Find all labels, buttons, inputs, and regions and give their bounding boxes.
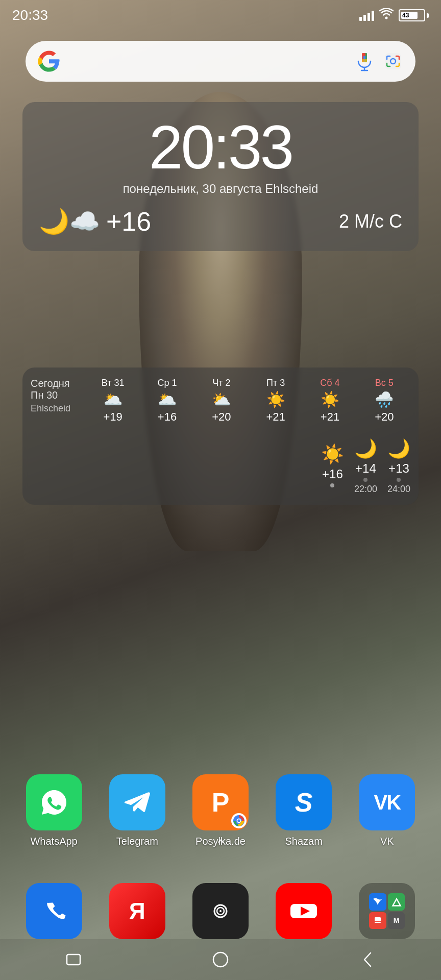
recent-apps-button[interactable] xyxy=(58,949,89,970)
forecast-days-row: Вт 31 🌥️ +19 Ср 1 🌥️ +16 Чт 2 ⛅ +20 Пт 3… xyxy=(87,378,410,424)
current-weather-icon: 🌙☁️ xyxy=(39,207,100,236)
svg-point-0 xyxy=(385,17,388,19)
day-temp-4: +21 xyxy=(266,410,285,424)
signal-bar-4 xyxy=(372,11,374,21)
svg-rect-20 xyxy=(67,954,80,965)
wind-display: 2 М/с С xyxy=(339,211,402,232)
hourly-time-3: 24:00 xyxy=(387,484,410,495)
hourly-dot-3 xyxy=(397,478,401,482)
day-name-1: Вт 31 xyxy=(102,378,125,388)
telegram-app[interactable]: Telegram xyxy=(109,774,165,847)
folder-cell-1 xyxy=(369,893,386,911)
microphone-icon[interactable] xyxy=(354,51,375,71)
home-button[interactable] xyxy=(205,949,236,970)
day-name-6: Вс 5 xyxy=(375,378,394,388)
telegram-label: Telegram xyxy=(116,836,158,847)
yandex-app[interactable]: Я xyxy=(109,883,165,939)
shazam-icon[interactable]: S xyxy=(276,774,332,830)
vk-label: VK xyxy=(380,836,394,847)
battery-tip xyxy=(427,13,429,18)
forecast-day-3: Чт 2 ⛅ +20 xyxy=(195,378,248,424)
bottom-dock: Я xyxy=(0,883,441,939)
forecast-widget[interactable]: Сегодня Пн 30 Ehlscheid Вт 31 🌥️ +19 Ср … xyxy=(22,368,419,505)
day-icon-4: ☀️ xyxy=(266,390,285,408)
status-bar: 20:33 43 xyxy=(0,0,441,31)
youtube-icon[interactable] xyxy=(276,883,332,939)
hourly-item-1: ☀️ +16 xyxy=(321,444,344,489)
signal-bar-1 xyxy=(359,17,362,21)
hourly-temp-3: +13 xyxy=(388,461,409,476)
hourly-time-2: 22:00 xyxy=(354,484,377,495)
svg-rect-7 xyxy=(362,59,367,62)
ya-letter: Я xyxy=(129,898,145,924)
signal-bar-2 xyxy=(363,15,366,21)
telegram-icon[interactable] xyxy=(109,774,165,830)
back-button[interactable] xyxy=(352,949,383,970)
posylka-p-letter: P xyxy=(212,787,230,818)
day-temp-1: +19 xyxy=(104,410,122,424)
clock-time-display: 20:33 xyxy=(39,116,402,178)
battery-icon: 43 xyxy=(399,9,429,21)
shazam-app[interactable]: S Shazam xyxy=(276,774,332,847)
yandex-icon[interactable]: Я xyxy=(109,883,165,939)
forecast-top-row: Сегодня Пн 30 Ehlscheid Вт 31 🌥️ +19 Ср … xyxy=(31,378,410,424)
search-right-icons xyxy=(354,51,403,71)
youtube-app[interactable] xyxy=(276,883,332,939)
swipe-up-indicator: ⌃ xyxy=(215,837,227,853)
vk-icon[interactable]: VK xyxy=(359,774,415,830)
forecast-day-6: Вс 5 🌧️ +20 xyxy=(358,378,410,424)
hourly-item-3: 🌙 +13 24:00 xyxy=(387,438,410,495)
forecast-day-5: Сб 4 ☀️ +21 xyxy=(304,378,356,424)
search-bar[interactable] xyxy=(26,41,415,82)
folder-icon[interactable]: M xyxy=(359,883,415,939)
vk-app[interactable]: VK VK xyxy=(359,774,415,847)
day-name-4: Пт 3 xyxy=(266,378,285,388)
today-label: Сегодня xyxy=(31,378,81,389)
folder-app[interactable]: M xyxy=(359,883,415,939)
hourly-icon-1: ☀️ xyxy=(321,444,344,465)
google-logo-icon xyxy=(38,50,60,72)
whatsapp-icon[interactable] xyxy=(26,774,82,830)
svg-rect-19 xyxy=(375,922,381,923)
hourly-icon-2: 🌙 xyxy=(354,438,377,459)
weather-left: 🌙☁️ +16 xyxy=(39,206,151,237)
weather-current: 🌙☁️ +16 2 М/с С xyxy=(39,206,402,237)
svg-rect-18 xyxy=(375,917,381,921)
nav-bar xyxy=(0,939,441,980)
day-icon-6: 🌧️ xyxy=(375,390,394,408)
day-icon-2: 🌥️ xyxy=(158,390,177,408)
day-temp-6: +20 xyxy=(375,410,394,424)
svg-point-12 xyxy=(237,819,240,822)
day-temp-2: +16 xyxy=(158,410,177,424)
google-lens-icon[interactable] xyxy=(383,51,403,71)
signal-bar-3 xyxy=(368,13,370,21)
hourly-icon-3: 🌙 xyxy=(387,438,410,459)
phone-app[interactable] xyxy=(26,883,82,939)
battery-level: 43 xyxy=(402,12,409,19)
svg-rect-8 xyxy=(385,53,401,69)
day-temp-5: +21 xyxy=(321,410,339,424)
status-icons: 43 xyxy=(359,8,429,22)
camera-app[interactable] xyxy=(192,883,249,939)
hourly-temp-2: +14 xyxy=(355,461,376,476)
whatsapp-label: WhatsApp xyxy=(30,836,77,847)
phone-icon[interactable] xyxy=(26,883,82,939)
camera-icon[interactable] xyxy=(192,883,249,939)
hourly-dot-2 xyxy=(363,478,368,482)
day-icon-3: ⛅ xyxy=(212,390,231,408)
day-name-2: Ср 1 xyxy=(157,378,177,388)
day-icon-5: ☀️ xyxy=(321,390,339,408)
clock-widget[interactable]: 20:33 понедельник, 30 августа Ehlscheid … xyxy=(22,102,419,251)
hourly-forecast: ☀️ +16 🌙 +14 22:00 🌙 +13 24:00 xyxy=(31,432,410,495)
posylka-icon[interactable]: P xyxy=(192,774,249,830)
wifi-icon xyxy=(379,8,394,22)
current-temperature: +16 xyxy=(106,206,151,237)
whatsapp-app[interactable]: WhatsApp xyxy=(26,774,82,847)
folder-cell-2 xyxy=(388,893,405,911)
svg-point-21 xyxy=(213,952,228,967)
forecast-today-label: Сегодня Пн 30 Ehlscheid xyxy=(31,378,87,414)
vk-text: VK xyxy=(374,791,401,814)
day-icon-1: 🌥️ xyxy=(104,390,122,408)
forecast-day-1: Вт 31 🌥️ +19 xyxy=(87,378,139,424)
svg-point-15 xyxy=(219,910,222,912)
